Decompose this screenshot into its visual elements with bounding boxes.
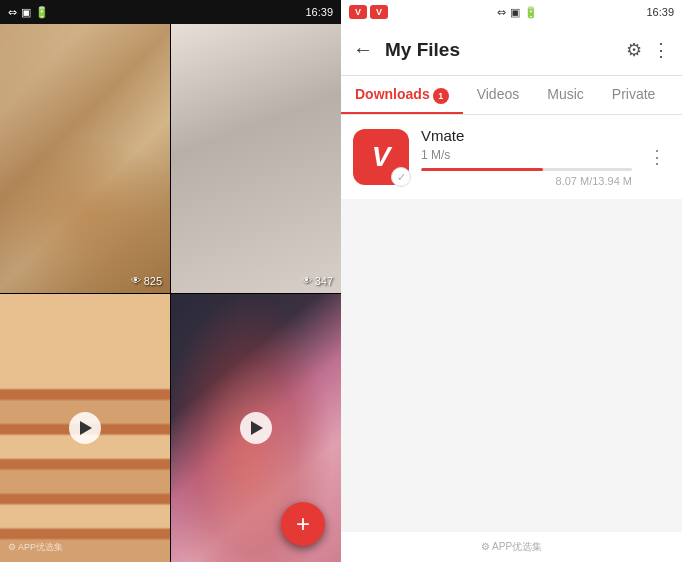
signal-icon: ▣ xyxy=(21,6,31,19)
status-bar-right: V V ⇔ ▣ 🔋 16:39 xyxy=(341,0,682,24)
progress-bar-fill xyxy=(421,168,543,171)
tabs-bar: Downloads1 Videos Music Private xyxy=(341,76,682,115)
battery-icon-right: 🔋 xyxy=(524,6,538,19)
download-info: Vmate 1 M/s 8.07 M/13.94 M xyxy=(421,127,632,187)
item-menu-dots[interactable]: ⋮ xyxy=(644,142,670,172)
play-button-3[interactable] xyxy=(69,412,101,444)
download-size: 8.07 M/13.94 M xyxy=(421,175,632,187)
status-icons-right: ⇔ ▣ 🔋 xyxy=(497,6,538,19)
back-button[interactable]: ← xyxy=(353,38,373,61)
watermark-right: ⚙ APP优选集 xyxy=(341,532,682,562)
battery-icon: 🔋 xyxy=(35,6,49,19)
app-header: ← My Files ⚙ ⋮ xyxy=(341,24,682,76)
app-icon-check: ✓ xyxy=(391,167,411,187)
vmate-v-letter: V xyxy=(372,141,391,173)
fab-add-button[interactable]: + xyxy=(281,502,325,546)
view-count-1: 👁 825 xyxy=(131,275,162,287)
swap-icon: ⇔ xyxy=(8,6,17,19)
play-button-4[interactable] xyxy=(240,412,272,444)
video-cell-1[interactable]: 👁 825 xyxy=(0,24,170,293)
play-triangle-3 xyxy=(80,421,92,435)
download-speed: 1 M/s xyxy=(421,148,632,162)
eye-icon-1: 👁 xyxy=(131,275,141,286)
page-title: My Files xyxy=(385,39,614,61)
video-cell-3[interactable] xyxy=(0,294,170,563)
play-triangle-4 xyxy=(251,421,263,435)
tab-music[interactable]: Music xyxy=(533,76,598,114)
tab-private[interactable]: Private xyxy=(598,76,670,114)
downloads-badge: 1 xyxy=(433,88,449,104)
tab-videos[interactable]: Videos xyxy=(463,76,534,114)
status-bar-left: ⇔ ▣ 🔋 16:39 xyxy=(0,0,341,24)
signal-icon-right: ▣ xyxy=(510,6,520,19)
header-icons: ⚙ ⋮ xyxy=(626,39,670,61)
video-cell-2[interactable]: 👁 347 xyxy=(171,24,341,293)
vmate-app-icon: V ✓ xyxy=(353,129,409,185)
status-icons-left: ⇔ ▣ 🔋 xyxy=(8,6,49,19)
view-count-2: 👁 347 xyxy=(302,275,333,287)
video-grid: 👁 825 👁 347 xyxy=(0,24,341,562)
left-panel: ⇔ ▣ 🔋 16:39 👁 825 👁 347 xyxy=(0,0,341,562)
more-options-icon[interactable]: ⋮ xyxy=(652,39,670,61)
download-item-vmate: V ✓ Vmate 1 M/s 8.07 M/13.94 M ⋮ xyxy=(341,115,682,199)
vmate-status-icons: V V xyxy=(349,5,388,19)
eye-icon-2: 👁 xyxy=(302,275,312,286)
watermark-left: ⚙ APP优选集 xyxy=(8,541,63,554)
right-panel: V V ⇔ ▣ 🔋 16:39 ← My Files ⚙ ⋮ Downloads… xyxy=(341,0,682,562)
progress-bar-container xyxy=(421,168,632,171)
settings-icon[interactable]: ⚙ xyxy=(626,39,642,61)
time-left: 16:39 xyxy=(305,6,333,18)
download-app-name: Vmate xyxy=(421,127,632,144)
vmate-icon-1: V xyxy=(349,5,367,19)
swap-icon-right: ⇔ xyxy=(497,6,506,19)
empty-content-area xyxy=(341,199,682,532)
vmate-icon-2: V xyxy=(370,5,388,19)
time-right: 16:39 xyxy=(646,6,674,18)
tab-downloads[interactable]: Downloads1 xyxy=(341,76,463,114)
